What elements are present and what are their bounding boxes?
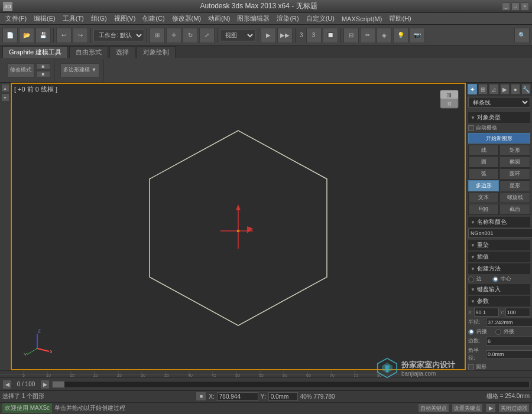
ribbon-edit-mode-btn[interactable]: 修改模式 [7, 63, 34, 77]
ribbon-sub-btn-2[interactable]: ■ [36, 71, 50, 77]
maximize-button[interactable]: □ [511, 2, 520, 11]
status-mode-btn[interactable]: ■ [196, 392, 206, 401]
corner-radius-input[interactable] [486, 350, 532, 359]
toolbar-new[interactable]: 📄 [2, 28, 18, 43]
viewport[interactable]: [ +0 前 0 线框 ] 顶 [11, 83, 466, 370]
shape-circle[interactable]: 圆 [468, 157, 499, 168]
shape-rect[interactable]: 矩形 [499, 145, 530, 156]
menu-file[interactable]: 文件(F) [2, 13, 30, 24]
viewcube[interactable]: 顶 前 [437, 87, 461, 111]
toolbar-undo[interactable]: ↩ [56, 28, 72, 43]
shape-text[interactable]: 文本 [468, 192, 499, 203]
toolbar-open[interactable]: 📂 [19, 28, 34, 43]
menu-edit[interactable]: 编辑(E) [30, 13, 59, 24]
menu-maxscript[interactable]: MAXScript(M) [338, 14, 385, 24]
auto-grid-check[interactable] [468, 125, 474, 131]
section-creation[interactable]: ▼ 重染 [468, 240, 530, 250]
start-new-shape-btn[interactable]: 开始新图形 [468, 133, 530, 144]
radio-edge[interactable] [468, 276, 474, 282]
radio-center[interactable] [492, 276, 498, 282]
ribbon-tab-graphite[interactable]: Graphite 建模工具 [2, 46, 68, 58]
toolbar-3d[interactable]: 3 [306, 28, 322, 43]
left-panel-btn-2[interactable]: ▼ [1, 93, 9, 102]
y-input[interactable] [505, 308, 530, 317]
auto-key-btn[interactable]: 自动关键点 [418, 403, 449, 413]
menu-help[interactable]: 帮助(H) [385, 13, 414, 24]
menu-animation[interactable]: 动画(N) [205, 13, 233, 24]
ribbon-poly-btn[interactable]: 多边形建模 ▼ [60, 63, 99, 77]
timeline-next[interactable]: ▶ [40, 380, 50, 389]
toolbar-search[interactable]: 🔍 [514, 28, 530, 43]
radius-input[interactable] [486, 318, 532, 327]
menu-tools[interactable]: 工具(T) [59, 13, 87, 24]
key-nodes-btn[interactable]: 关闭过滤器 [498, 403, 530, 413]
shape-arc[interactable]: 弧 [468, 168, 499, 180]
circular-check[interactable] [468, 364, 474, 370]
toolbar-move[interactable]: ✛ [166, 28, 181, 43]
toolbar-snap[interactable]: 🔲 [323, 28, 338, 43]
timeline-thumb[interactable] [53, 382, 64, 387]
minimize-button[interactable]: _ [502, 2, 510, 11]
toolbar-render[interactable]: ▶ [261, 28, 276, 43]
rp-icon-display[interactable]: ● [511, 84, 520, 94]
timeline-track[interactable] [52, 381, 530, 388]
toolbar-scale[interactable]: ⤢ [199, 28, 215, 43]
ribbon-tab-select[interactable]: 选择 [109, 46, 135, 58]
rp-icon-motion[interactable]: ▶ [500, 84, 510, 94]
toolbar-edit[interactable]: ✏ [360, 28, 375, 43]
radio-inscribed[interactable] [468, 329, 474, 335]
shape-line[interactable]: 线 [468, 145, 499, 156]
section-keyboard[interactable]: ▼ 键盘输入 [468, 284, 530, 295]
toolbar-material[interactable]: ◈ [377, 28, 392, 43]
shape-section[interactable]: 截面 [499, 204, 530, 215]
shape-star[interactable]: 星形 [499, 180, 530, 191]
close-button[interactable]: × [521, 2, 529, 11]
rp-icon-utilities[interactable]: 🔧 [521, 84, 531, 94]
menu-custom[interactable]: 自定义(U) [303, 13, 338, 24]
shape-ellipse[interactable]: 椭圆 [499, 157, 530, 168]
rp-icon-create[interactable]: ✦ [468, 84, 477, 94]
y-coord-input[interactable] [268, 392, 298, 401]
section-create-method[interactable]: ▼ 创建方法 [468, 263, 530, 274]
toolbar-camera[interactable]: 📷 [410, 28, 425, 43]
view-dropdown[interactable]: 视图 [220, 30, 255, 41]
ribbon-sub-btn-1[interactable]: ■ [36, 63, 50, 70]
name-input[interactable] [468, 229, 532, 238]
menu-graph-editor[interactable]: 图形编辑器 [233, 13, 273, 24]
section-params[interactable]: ▼ 参数 [468, 296, 530, 307]
menu-modifier[interactable]: 修改器(M) [168, 13, 205, 24]
shape-egg[interactable]: Egg [468, 204, 499, 215]
spline-type-dropdown[interactable]: 样条线 [468, 97, 530, 107]
menu-view[interactable]: 视图(V) [111, 13, 140, 24]
toolbar-layer[interactable]: ⊟ [343, 28, 359, 43]
ribbon-tab-paint[interactable]: 对象绘制 [137, 46, 176, 58]
shape-helix[interactable]: 螺旋线 [499, 192, 530, 203]
section-object-type[interactable]: ▼ 对象类型 [468, 112, 530, 123]
menu-group[interactable]: 组(G) [87, 13, 111, 24]
workspace-dropdown[interactable]: 工作台: 默认 [93, 30, 144, 41]
rp-icon-modify[interactable]: ⊞ [478, 84, 488, 94]
menu-render[interactable]: 渲染(R) [273, 13, 302, 24]
sides-input[interactable] [486, 337, 532, 345]
section-interpolation[interactable]: ▼ 插值 [468, 252, 530, 262]
toolbar-rotate[interactable]: ↻ [183, 28, 198, 43]
title-text: Autodesk 3ds Max 2013 x64 - 无标题 [15, 1, 502, 11]
ribbon-tab-freeform[interactable]: 自由形式 [69, 46, 108, 58]
radio-circumscribed[interactable] [495, 329, 501, 335]
timeline-prev[interactable]: ◀ [2, 380, 12, 389]
left-panel-btn-1[interactable]: ▲ [1, 84, 9, 92]
shape-polygon[interactable]: 多边形 [468, 180, 499, 191]
key-filter-btn[interactable]: 设置关键点 [452, 403, 483, 413]
toolbar-save[interactable]: 💾 [35, 28, 51, 43]
play-btn[interactable]: ▶ [485, 403, 496, 413]
shape-torus[interactable]: 圆环 [499, 168, 530, 180]
menu-create[interactable]: 创建(C) [139, 13, 168, 24]
toolbar-render-frame[interactable]: ▶▶ [277, 28, 293, 43]
section-name-color[interactable]: ▼ 名称和颜色 [468, 217, 530, 227]
toolbar-select[interactable]: ⊞ [150, 28, 165, 43]
x-input[interactable] [474, 308, 499, 317]
toolbar-redo[interactable]: ↪ [73, 28, 88, 43]
toolbar-light[interactable]: 💡 [393, 28, 408, 43]
rp-icon-hierarchy[interactable]: ⊿ [489, 84, 498, 94]
x-coord-input[interactable] [217, 392, 258, 401]
